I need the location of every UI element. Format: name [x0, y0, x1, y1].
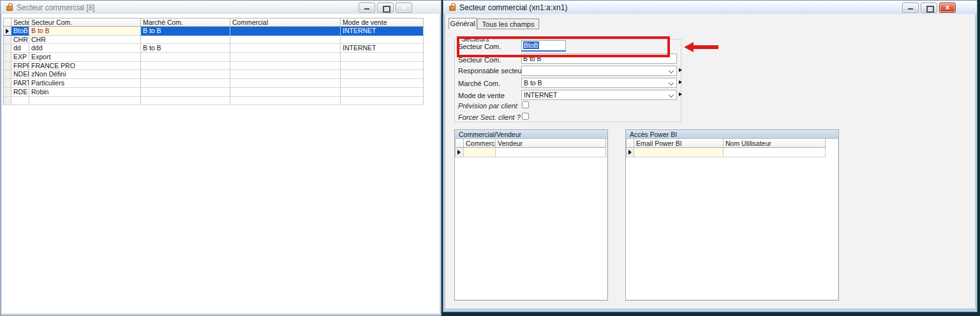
header-commercial[interactable]: Commercial	[464, 139, 496, 148]
cell-marche-com[interactable]	[141, 88, 230, 97]
cell-email-power-bi[interactable]	[634, 148, 724, 157]
table-row[interactable]: EXP Export	[4, 53, 424, 62]
maximize-button[interactable]	[921, 3, 937, 13]
cell-mode-de-vente[interactable]	[341, 79, 424, 88]
cell-secteur-com[interactable]: B to B	[29, 27, 141, 36]
row-selector-cell[interactable]	[4, 62, 11, 71]
cell-mode-de-vente[interactable]	[341, 62, 424, 71]
cell-vendeur[interactable]	[496, 148, 606, 157]
cell-marche-com[interactable]	[141, 36, 230, 45]
cell-marche-com[interactable]	[141, 62, 230, 71]
cell-commercial[interactable]	[230, 44, 341, 53]
minimize-button[interactable]	[902, 3, 919, 13]
responsable-secteur-combo[interactable]	[521, 66, 677, 76]
cell-secte[interactable]: EXP	[11, 53, 29, 62]
cell-secte[interactable]: PART	[11, 79, 29, 88]
table-row[interactable]: PART Particuliers	[4, 79, 424, 88]
row-selector-cell[interactable]	[4, 44, 11, 53]
cell-mode-de-vente[interactable]	[341, 36, 424, 45]
cell-secte[interactable]: dd	[11, 44, 29, 53]
cell-commercial[interactable]	[230, 62, 341, 71]
field-action-marker-icon[interactable]	[679, 92, 682, 96]
cell-mode-de-vente[interactable]	[341, 53, 424, 62]
cell-mode-de-vente[interactable]	[341, 97, 424, 106]
cell-secte[interactable]: FRPR	[11, 62, 29, 71]
cell-mode-de-vente[interactable]: INTERNET	[341, 27, 424, 36]
chevron-down-icon[interactable]	[669, 81, 673, 84]
row-selector-cell[interactable]	[4, 70, 11, 79]
close-button[interactable]: ×	[396, 3, 412, 13]
row-selector-cell[interactable]	[456, 148, 464, 157]
row-selector-cell[interactable]	[627, 148, 634, 157]
tab-tous-les-champs[interactable]: Tous les champs	[477, 18, 539, 29]
field-action-marker-icon[interactable]	[679, 80, 682, 84]
forcer-sect-client-checkbox[interactable]	[522, 113, 529, 120]
right-titlebar[interactable]: Secteur commercial (xn1:a:xn1)	[443, 1, 977, 14]
tab-general[interactable]: Général	[449, 18, 477, 29]
row-selector-cell[interactable]	[4, 79, 11, 88]
cell-marche-com[interactable]	[141, 79, 230, 88]
cell-commercial[interactable]	[464, 148, 496, 157]
row-selector-cell[interactable]	[4, 97, 11, 106]
header-email-power-bi[interactable]: Email Power BI	[634, 139, 724, 148]
maximize-button[interactable]	[377, 3, 394, 13]
table-row[interactable]: RDE Robin	[4, 88, 424, 97]
mode-de-vente-combo[interactable]: INTERNET	[521, 90, 677, 100]
cell-marche-com[interactable]: B to B	[141, 44, 230, 53]
header-vendeur[interactable]: Vendeur	[496, 139, 606, 148]
cell-marche-com[interactable]	[141, 70, 230, 79]
cell-secte[interactable]: RDE	[11, 88, 29, 97]
close-button[interactable]: ×	[939, 3, 956, 13]
table-row[interactable]: BtoB B to B B to B INTERNET	[4, 27, 424, 36]
cell-secteur-com[interactable]: Particuliers	[29, 79, 141, 88]
header-secte[interactable]: Secte	[11, 18, 29, 27]
cell-secteur-com[interactable]: CHR	[29, 36, 141, 45]
cell-secteur-com[interactable]: zNon Défini	[29, 70, 141, 79]
cell-commercial[interactable]	[230, 97, 341, 106]
row-selector-cell[interactable]	[4, 53, 11, 62]
header-mode-de-vente[interactable]: Mode de vente	[341, 18, 424, 27]
marche-com-combo[interactable]: B to B	[521, 78, 677, 88]
table-row-empty[interactable]	[4, 97, 424, 106]
grid-row[interactable]	[627, 148, 826, 157]
table-row[interactable]: NDEF zNon Défini	[4, 70, 424, 79]
prevision-par-client-checkbox[interactable]	[522, 101, 529, 108]
cell-secte[interactable]: NDEF	[11, 70, 29, 79]
chevron-down-icon[interactable]	[669, 93, 673, 96]
cell-secteur-com[interactable]	[29, 97, 141, 106]
cell-commercial[interactable]	[230, 70, 341, 79]
grid-row[interactable]	[456, 148, 606, 157]
field-action-marker-icon[interactable]	[679, 68, 682, 72]
minimize-button[interactable]	[359, 3, 375, 13]
cell-secteur-com[interactable]: FRANCE PRO	[29, 62, 141, 71]
cell-marche-com[interactable]: B to B	[141, 27, 230, 36]
chevron-down-icon[interactable]	[669, 69, 673, 72]
cell-commercial[interactable]	[230, 27, 341, 36]
header-marche-com[interactable]: Marché Com.	[141, 18, 230, 27]
cell-commercial[interactable]	[230, 79, 341, 88]
cell-mode-de-vente[interactable]	[341, 88, 424, 97]
header-commercial[interactable]: Commercial	[230, 18, 341, 27]
cell-mode-de-vente[interactable]	[341, 70, 424, 79]
row-selector-cell[interactable]	[4, 27, 11, 36]
cell-secteur-com[interactable]: ddd	[29, 44, 141, 53]
header-nom-utilisateur[interactable]: Nom Utilisateur	[724, 139, 826, 148]
row-selector-cell[interactable]	[4, 88, 11, 97]
cell-commercial[interactable]	[230, 88, 341, 97]
table-row[interactable]: dd ddd B to B INTERNET	[4, 44, 424, 53]
cell-secte[interactable]	[11, 97, 29, 106]
cell-marche-com[interactable]	[141, 53, 230, 62]
cell-secteur-com[interactable]: Export	[29, 53, 141, 62]
cell-commercial[interactable]	[230, 53, 341, 62]
cell-marche-com[interactable]	[141, 97, 230, 106]
header-secteur-com[interactable]: Secteur Com.	[29, 18, 141, 27]
cell-commercial[interactable]	[230, 36, 341, 45]
cell-secte[interactable]: BtoB	[11, 27, 29, 36]
cell-secteur-com[interactable]: Robin	[29, 88, 141, 97]
row-selector-cell[interactable]	[4, 36, 11, 45]
cell-nom-utilisateur[interactable]	[724, 148, 826, 157]
cell-secte[interactable]: CHR	[11, 36, 29, 45]
table-row[interactable]: FRPR FRANCE PRO	[4, 62, 424, 71]
cell-mode-de-vente[interactable]: INTERNET	[341, 44, 424, 53]
table-row[interactable]: CHR CHR	[4, 36, 424, 45]
